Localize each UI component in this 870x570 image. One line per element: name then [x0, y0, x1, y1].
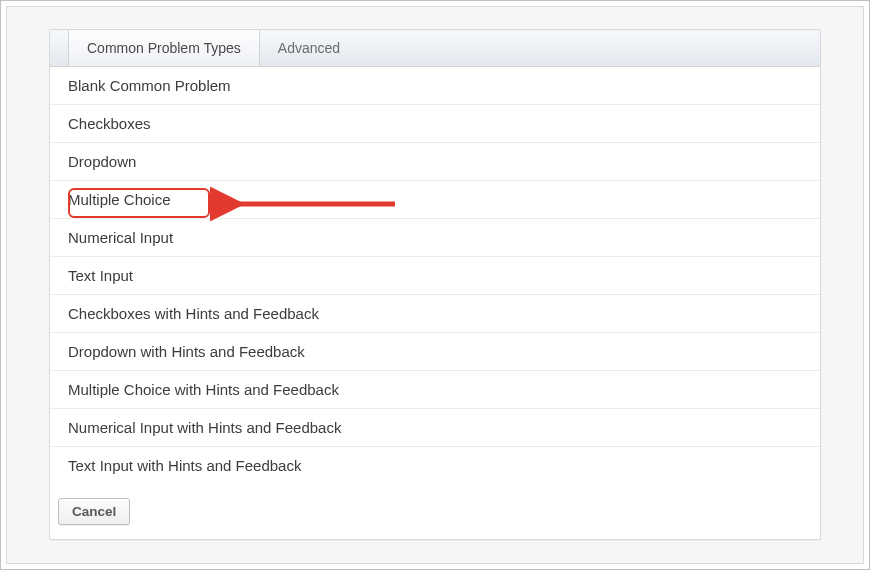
list-item[interactable]: Numerical Input with Hints and Feedback	[50, 409, 820, 447]
list-item-label: Multiple Choice	[68, 191, 171, 208]
list-item-label: Numerical Input with Hints and Feedback	[68, 419, 341, 436]
list-item[interactable]: Multiple Choice with Hints and Feedback	[50, 371, 820, 409]
list-item[interactable]: Checkboxes with Hints and Feedback	[50, 295, 820, 333]
list-item-label: Checkboxes with Hints and Feedback	[68, 305, 319, 322]
cancel-button-label: Cancel	[72, 504, 116, 519]
list-item[interactable]: Checkboxes	[50, 105, 820, 143]
list-item[interactable]: Blank Common Problem	[50, 67, 820, 105]
list-item-label: Dropdown	[68, 153, 136, 170]
outer-frame: Common Problem Types Advanced Blank Comm…	[0, 0, 870, 570]
tab-bar: Common Problem Types Advanced	[50, 29, 820, 67]
list-item[interactable]: Dropdown	[50, 143, 820, 181]
problem-type-panel: Common Problem Types Advanced Blank Comm…	[49, 29, 821, 540]
tab-label: Advanced	[278, 40, 340, 56]
list-item-label: Multiple Choice with Hints and Feedback	[68, 381, 339, 398]
list-item[interactable]: Numerical Input	[50, 219, 820, 257]
list-item[interactable]: Text Input with Hints and Feedback	[50, 447, 820, 484]
list-item[interactable]: Text Input	[50, 257, 820, 295]
list-item-label: Blank Common Problem	[68, 77, 231, 94]
tab-common-problem-types[interactable]: Common Problem Types	[68, 30, 260, 66]
problem-type-list: Blank Common Problem Checkboxes Dropdown…	[50, 67, 820, 484]
panel-footer: Cancel	[50, 484, 820, 539]
list-item-label: Dropdown with Hints and Feedback	[68, 343, 305, 360]
list-item-label: Text Input	[68, 267, 133, 284]
list-item-multiple-choice[interactable]: Multiple Choice	[50, 181, 820, 219]
list-item-label: Checkboxes	[68, 115, 151, 132]
tab-advanced[interactable]: Advanced	[260, 30, 358, 66]
tab-label: Common Problem Types	[87, 40, 241, 56]
inner-frame: Common Problem Types Advanced Blank Comm…	[6, 6, 864, 564]
list-item-label: Numerical Input	[68, 229, 173, 246]
list-item-label: Text Input with Hints and Feedback	[68, 457, 301, 474]
list-item[interactable]: Dropdown with Hints and Feedback	[50, 333, 820, 371]
cancel-button[interactable]: Cancel	[58, 498, 130, 525]
